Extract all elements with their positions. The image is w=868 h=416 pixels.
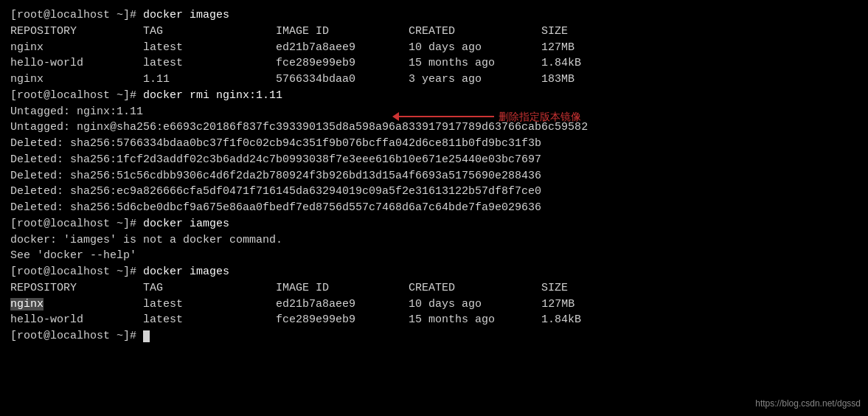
- line-19: nginx latest ed21b7a8aee9 10 days ago 12…: [10, 297, 858, 313]
- cmd-1: docker images: [143, 9, 229, 21]
- line-5: nginx 1.11 5766334bdaa0 3 years ago 183M…: [10, 72, 858, 88]
- line-18: REPOSITORY TAG IMAGE ID CREATED SIZE: [10, 280, 858, 297]
- prompt-14: [root@localhost ~]#: [10, 218, 143, 230]
- line-11: Deleted: sha256:51c56cdbb9306c4d6f2da2b7…: [10, 168, 858, 184]
- prompt-17: [root@localhost ~]#: [10, 266, 143, 278]
- line-1: [root@localhost ~]# docker images: [10, 7, 858, 24]
- watermark: https://blog.csdn.net/dgssd: [755, 398, 861, 410]
- line-9: Deleted: sha256:5766334bdaa0bc37f1f0c02c…: [10, 136, 858, 152]
- line-15: docker: 'iamges' is not a docker command…: [10, 232, 858, 249]
- line-20: hello-world latest fce289e99eb9 15 month…: [10, 312, 858, 328]
- line-14: [root@localhost ~]# docker iamges: [10, 216, 858, 232]
- terminal: [root@localhost ~]# docker images REPOSI…: [0, 0, 868, 416]
- line-3: nginx latest ed21b7a8aee9 10 days ago 12…: [10, 40, 858, 56]
- nginx-highlight: nginx: [10, 298, 44, 311]
- line-12: Deleted: sha256:ec9a826666cfa5df0471f716…: [10, 184, 858, 200]
- line-17: [root@localhost ~]# docker images: [10, 264, 858, 280]
- annotation-text: 删除指定版本镜像: [499, 109, 581, 124]
- cmd-14: docker iamges: [143, 218, 229, 230]
- line-21: [root@localhost ~]#: [10, 328, 858, 344]
- line-10: Deleted: sha256:1fcf2d3addf02c3b6add24c7…: [10, 152, 858, 168]
- line-2: REPOSITORY TAG IMAGE ID CREATED SIZE: [10, 24, 858, 40]
- line-13: Deleted: sha256:5d6cbe0dbcf9a675e86aa0fb…: [10, 200, 858, 216]
- line-16: See 'docker --help': [10, 248, 858, 264]
- annotation-container: 删除指定版本镜像: [398, 109, 581, 124]
- line-4: hello-world latest fce289e99eb9 15 month…: [10, 55, 858, 72]
- cmd-17: docker images: [143, 266, 229, 278]
- cursor: [143, 330, 150, 342]
- prompt-6: [root@localhost ~]#: [10, 89, 143, 102]
- arrow-line: [398, 116, 494, 117]
- line-6: [root@localhost ~]# docker rmi nginx:1.1…: [10, 88, 858, 104]
- cmd-6: docker rmi nginx:1.11: [143, 89, 282, 102]
- prompt-1: [root@localhost ~]#: [10, 9, 143, 21]
- prompt-21: [root@localhost ~]#: [10, 330, 143, 342]
